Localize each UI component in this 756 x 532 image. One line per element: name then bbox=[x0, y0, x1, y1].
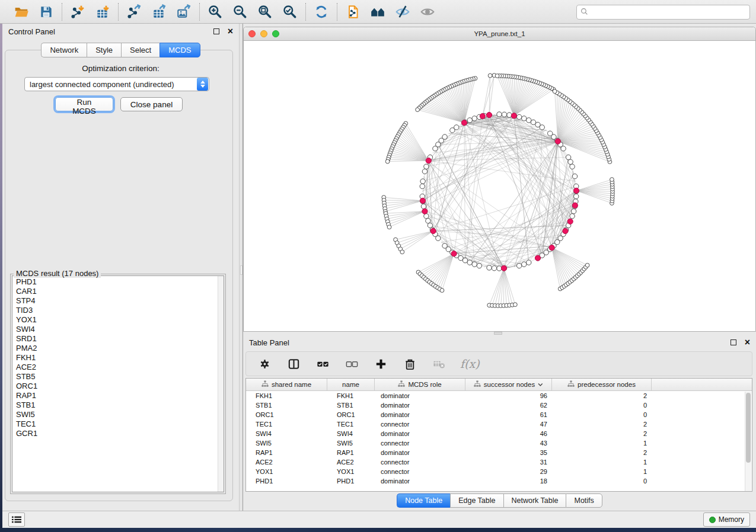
table-scrollbar[interactable] bbox=[745, 392, 751, 491]
column-header-shared-name[interactable]: shared name bbox=[246, 379, 327, 390]
mcds-result-item[interactable]: YOX1 bbox=[16, 315, 218, 325]
first-neighbors-icon[interactable] bbox=[369, 4, 386, 20]
mcds-hub-node[interactable] bbox=[535, 255, 540, 261]
table-row[interactable]: SWI5SWI5connector431 bbox=[246, 438, 752, 448]
mcds-hub-node[interactable] bbox=[573, 188, 579, 193]
refresh-view-icon[interactable] bbox=[313, 4, 330, 20]
network-canvas[interactable] bbox=[244, 41, 755, 331]
mcds-result-item[interactable]: STB5 bbox=[16, 372, 218, 382]
mcds-result-item[interactable]: CAR1 bbox=[16, 287, 218, 296]
network-node[interactable] bbox=[472, 116, 477, 121]
network-node[interactable] bbox=[553, 89, 557, 94]
table-row[interactable]: YOX1YOX1connector291 bbox=[246, 467, 752, 476]
search-input[interactable] bbox=[576, 5, 750, 20]
network-node[interactable] bbox=[522, 262, 527, 267]
network-node[interactable] bbox=[472, 262, 477, 267]
network-node[interactable] bbox=[492, 266, 496, 271]
network-node[interactable] bbox=[420, 184, 425, 188]
mcds-hub-node[interactable] bbox=[486, 113, 492, 118]
export-image-icon[interactable] bbox=[176, 4, 192, 20]
network-node[interactable] bbox=[387, 225, 391, 229]
show-columns-icon[interactable] bbox=[286, 356, 301, 371]
mcds-result-list[interactable]: PHD1CAR1STP4TID3YOX1SWI4SRD1PMA2FKH1ACE2… bbox=[12, 275, 224, 492]
float-panel-icon[interactable] bbox=[213, 28, 219, 34]
mcds-result-item[interactable]: RAP1 bbox=[16, 391, 218, 400]
table-row[interactable]: ORC1ORC1dominator610 bbox=[246, 410, 752, 419]
network-node[interactable] bbox=[574, 194, 579, 198]
mcds-result-item[interactable]: SWI4 bbox=[16, 325, 218, 334]
network-node[interactable] bbox=[433, 146, 438, 151]
table-row[interactable]: STB1STB1dominator620 bbox=[246, 400, 752, 410]
tab-network[interactable]: Network bbox=[41, 43, 87, 57]
mcds-result-item[interactable]: TEC1 bbox=[16, 419, 218, 429]
show-all-icon[interactable] bbox=[419, 4, 436, 20]
network-node[interactable] bbox=[570, 164, 575, 169]
float-panel-icon[interactable] bbox=[731, 339, 736, 345]
network-canvas-svg[interactable] bbox=[244, 41, 755, 331]
network-node[interactable] bbox=[420, 179, 425, 184]
network-node[interactable] bbox=[572, 174, 577, 178]
mcds-result-item[interactable]: STB1 bbox=[16, 400, 218, 410]
network-node[interactable] bbox=[436, 236, 441, 241]
mcds-hub-node[interactable] bbox=[501, 265, 506, 271]
network-node[interactable] bbox=[571, 209, 576, 213]
mcds-hub-node[interactable] bbox=[563, 228, 568, 233]
zoom-selected-icon[interactable] bbox=[282, 4, 298, 20]
import-table-icon[interactable] bbox=[94, 4, 111, 20]
network-node[interactable] bbox=[424, 164, 429, 169]
network-node[interactable] bbox=[513, 303, 517, 307]
column-header-MCDS-role[interactable]: MCDS role bbox=[375, 379, 465, 390]
run-mcds-button[interactable]: Run MCDS bbox=[55, 97, 113, 111]
mcds-hub-node[interactable] bbox=[549, 245, 554, 250]
mcds-hub-node[interactable] bbox=[572, 203, 578, 208]
mcds-result-item[interactable]: GCR1 bbox=[16, 429, 218, 438]
mcds-result-item[interactable]: TID3 bbox=[16, 306, 218, 315]
select-all-icon[interactable] bbox=[315, 356, 330, 371]
function-builder-icon[interactable]: f(x) bbox=[460, 356, 480, 371]
optimization-criterion-select[interactable]: largest connected component (undirected) bbox=[24, 77, 209, 91]
network-node[interactable] bbox=[568, 159, 573, 164]
network-node[interactable] bbox=[516, 114, 521, 119]
node-table[interactable]: shared namenameMCDS rolesuccessor nodesp… bbox=[245, 378, 752, 492]
open-session-icon[interactable] bbox=[13, 4, 30, 20]
network-node[interactable] bbox=[467, 118, 472, 123]
export-table-icon[interactable] bbox=[151, 4, 167, 20]
network-node[interactable] bbox=[585, 263, 589, 267]
mcds-hub-node[interactable] bbox=[420, 198, 425, 203]
close-panel-button[interactable]: Close panel bbox=[120, 97, 183, 111]
table-row[interactable]: RAP1RAP1dominator352 bbox=[246, 448, 752, 457]
table-scrollbar-thumb[interactable] bbox=[746, 393, 751, 463]
close-panel-icon[interactable]: × bbox=[745, 339, 750, 345]
network-node[interactable] bbox=[400, 250, 404, 254]
network-snapshot-icon[interactable] bbox=[344, 4, 361, 20]
network-node[interactable] bbox=[424, 214, 429, 219]
tab-select[interactable]: Select bbox=[121, 43, 160, 57]
network-node[interactable] bbox=[467, 260, 472, 265]
task-history-button[interactable] bbox=[8, 512, 25, 527]
network-node[interactable] bbox=[462, 258, 467, 262]
mcds-hub-node[interactable] bbox=[567, 219, 573, 224]
zoom-fit-icon[interactable] bbox=[257, 4, 273, 20]
table-row[interactable]: FKH1FKH1dominator962 bbox=[246, 391, 752, 400]
mcds-result-item[interactable]: STP4 bbox=[16, 296, 218, 306]
table-row[interactable]: ACE2ACE2connector311 bbox=[246, 457, 752, 467]
mcds-hub-node[interactable] bbox=[426, 158, 431, 164]
network-node[interactable] bbox=[426, 219, 430, 223]
tab-edge-table[interactable]: Edge Table bbox=[450, 493, 503, 508]
network-node[interactable] bbox=[502, 112, 506, 117]
network-node[interactable] bbox=[610, 178, 614, 182]
save-session-icon[interactable] bbox=[38, 4, 55, 20]
deselect-all-icon[interactable] bbox=[344, 356, 359, 371]
column-header-successor-nodes[interactable]: successor nodes bbox=[465, 379, 552, 390]
network-node[interactable] bbox=[385, 159, 390, 164]
network-node[interactable] bbox=[450, 128, 455, 133]
mcds-result-item[interactable]: ACE2 bbox=[16, 363, 218, 372]
mcds-result-item[interactable]: SWI5 bbox=[16, 410, 218, 419]
network-node[interactable] bbox=[477, 263, 481, 268]
network-node[interactable] bbox=[495, 74, 499, 78]
network-node[interactable] bbox=[416, 108, 420, 112]
mcds-hub-node[interactable] bbox=[480, 113, 485, 118]
mcds-hub-node[interactable] bbox=[451, 251, 457, 257]
vertical-splitter[interactable] bbox=[239, 24, 243, 511]
network-node[interactable] bbox=[522, 116, 527, 121]
